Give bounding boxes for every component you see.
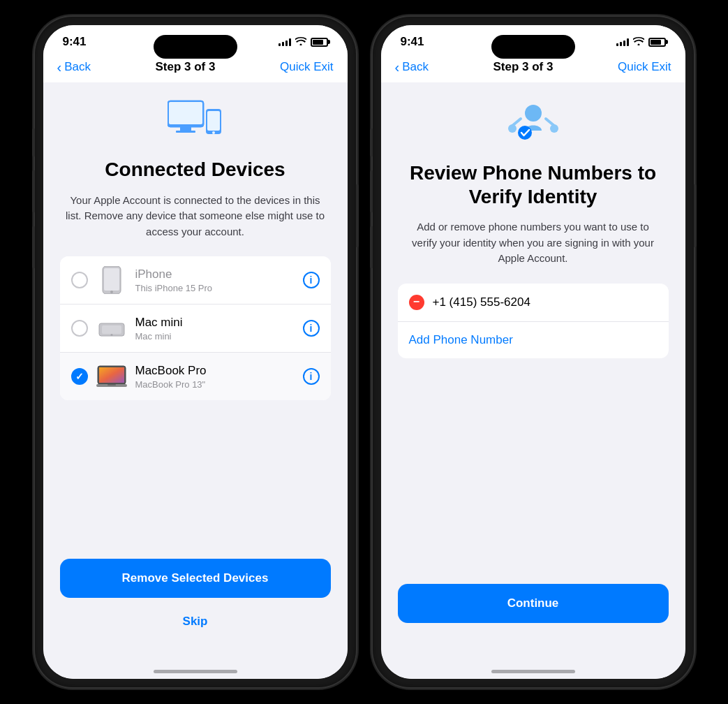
iphone-info-button[interactable]: i [303, 272, 320, 288]
dynamic-island-1 [154, 35, 237, 59]
svg-point-21 [508, 124, 517, 133]
time-1: 9:41 [63, 35, 87, 49]
phone-number-text: +1 (415) 555-6204 [433, 295, 530, 309]
macmini-device-subtitle: Mac mini [135, 331, 303, 342]
svg-rect-17 [107, 384, 116, 386]
iphone-device-icon [96, 265, 127, 295]
iphone-device-name: iPhone [135, 267, 303, 281]
quick-exit-button-2[interactable]: Quick Exit [618, 60, 671, 74]
iphone-device-subtitle: This iPhone 15 Pro [135, 283, 303, 293]
svg-point-18 [525, 105, 542, 122]
content-1: Connected Devices Your Apple Account is … [43, 82, 348, 548]
bottom-area-2: Continue [381, 573, 685, 657]
svg-point-22 [550, 124, 558, 133]
battery-icon-2 [648, 38, 666, 47]
phone-screen-2: 9:41 [381, 25, 685, 679]
skip-button[interactable]: Skip [60, 609, 331, 634]
nav-title-1: Step 3 of 3 [155, 60, 215, 74]
svg-point-12 [110, 334, 112, 336]
device-item-macbook[interactable]: MacBook Pro MacBook Pro 13" i [60, 353, 331, 400]
device-list: iPhone This iPhone 15 Pro i [60, 256, 331, 400]
svg-rect-2 [180, 127, 191, 131]
device-radio-macbook[interactable] [71, 368, 88, 385]
dynamic-island-2 [491, 35, 575, 59]
add-phone-button[interactable]: Add Phone Number [398, 322, 669, 358]
battery-icon-1 [311, 38, 328, 47]
device-item-iphone[interactable]: iPhone This iPhone 15 Pro i [60, 256, 331, 305]
continue-button[interactable]: Continue [398, 584, 669, 623]
svg-point-6 [212, 131, 215, 134]
back-button-1[interactable]: ‹ Back [57, 60, 91, 74]
back-chevron-1: ‹ [57, 60, 62, 74]
quick-exit-button-1[interactable]: Quick Exit [280, 60, 334, 74]
phone-number-item: +1 (415) 555-6204 [398, 284, 669, 322]
svg-point-9 [110, 291, 113, 293]
connected-devices-icon [60, 99, 331, 144]
bottom-area-1: Remove Selected Devices Skip [43, 548, 348, 657]
phone-screen-1: 9:41 [43, 25, 348, 679]
home-indicator-2 [381, 657, 685, 679]
screen-description-2: Add or remove phone numbers you want to … [398, 219, 669, 267]
home-indicator-1 [43, 657, 348, 679]
iphone-device-info: iPhone This iPhone 15 Pro [135, 267, 303, 293]
device-item-macmini[interactable]: Mac mini Mac mini i [60, 305, 331, 353]
macbook-device-icon [96, 361, 127, 392]
device-radio-iphone[interactable] [71, 272, 88, 288]
svg-rect-5 [207, 111, 220, 131]
macmini-info-button[interactable]: i [303, 320, 320, 337]
back-chevron-2: ‹ [395, 60, 400, 74]
svg-rect-1 [169, 102, 202, 124]
nav-title-2: Step 3 of 3 [493, 60, 553, 74]
wifi-icon-1 [295, 36, 306, 47]
screen-title-2: Review Phone Numbers to Verify Identity [398, 161, 669, 208]
svg-rect-3 [176, 131, 195, 133]
wifi-icon-2 [633, 36, 644, 47]
back-label-1: Back [64, 60, 91, 74]
status-icons-1 [278, 36, 328, 47]
back-button-2[interactable]: ‹ Back [395, 60, 429, 74]
macbook-device-subtitle: MacBook Pro 13" [135, 379, 303, 390]
remove-phone-button[interactable] [409, 295, 424, 310]
back-label-2: Back [402, 60, 429, 74]
remove-selected-devices-button[interactable]: Remove Selected Devices [60, 559, 331, 598]
svg-point-23 [518, 126, 532, 140]
nav-bar-1: ‹ Back Step 3 of 3 Quick Exit [43, 54, 348, 82]
macmini-device-icon [96, 313, 127, 344]
phone-frame-2: 9:41 [373, 17, 694, 687]
phone-frame-1: 9:41 [35, 17, 356, 687]
svg-rect-8 [104, 268, 119, 291]
svg-rect-15 [99, 367, 124, 383]
signal-icon-1 [278, 38, 291, 46]
sharing-icon [398, 99, 669, 147]
macbook-device-name: MacBook Pro [135, 364, 303, 378]
status-icons-2 [616, 36, 666, 47]
signal-icon-2 [616, 38, 629, 46]
content-2: Review Phone Numbers to Verify Identity … [381, 82, 685, 573]
phone-number-list: +1 (415) 555-6204 Add Phone Number [398, 284, 669, 358]
macbook-info-button[interactable]: i [303, 368, 320, 385]
macbook-device-info: MacBook Pro MacBook Pro 13" [135, 364, 303, 390]
macmini-device-name: Mac mini [135, 316, 303, 330]
svg-rect-11 [102, 325, 121, 334]
device-radio-macmini[interactable] [71, 320, 88, 337]
screen-title-1: Connected Devices [60, 158, 331, 182]
screen-description-1: Your Apple Account is connected to the d… [60, 193, 331, 240]
time-2: 9:41 [401, 35, 424, 49]
nav-bar-2: ‹ Back Step 3 of 3 Quick Exit [381, 54, 685, 82]
macmini-device-info: Mac mini Mac mini [135, 316, 303, 342]
